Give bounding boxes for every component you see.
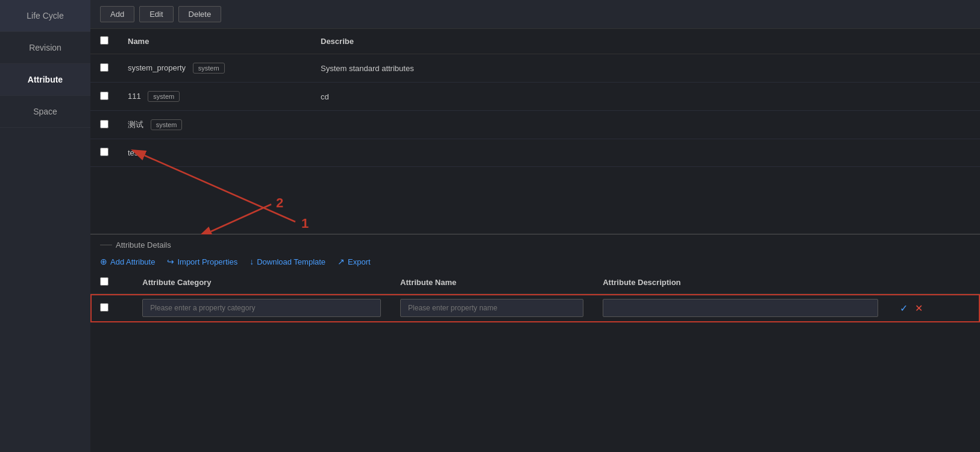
- sidebar-item-space[interactable]: Space: [0, 96, 90, 128]
- download-template-button[interactable]: ↓ Download Template: [250, 257, 325, 266]
- toolbar: Add Edit Delete: [90, 0, 980, 29]
- row-checkbox[interactable]: [100, 148, 108, 156]
- name-column-header: Name: [118, 29, 311, 54]
- cancel-button[interactable]: ✕: [912, 303, 925, 314]
- sidebar-item-attribute[interactable]: Attribute: [0, 64, 90, 96]
- content-wrapper: 1 Name Describe: [90, 29, 980, 452]
- table-row: test: [90, 139, 980, 167]
- download-icon: ↓: [250, 257, 254, 266]
- import-icon: ↪: [167, 257, 174, 266]
- attr-category-input[interactable]: [142, 299, 381, 317]
- attribute-details-section: 2 Attribute Details ⊕ Add Attribute ↪ Im…: [90, 234, 980, 322]
- attr-select-all-checkbox[interactable]: [100, 277, 108, 286]
- system-tag: system: [151, 119, 183, 130]
- export-button[interactable]: ↗ Export: [338, 257, 371, 266]
- attr-name-input[interactable]: [400, 299, 583, 317]
- delete-button[interactable]: Delete: [178, 6, 222, 22]
- main-table-area: 1 Name Describe: [90, 29, 980, 234]
- table-row: 111 system cd: [90, 83, 980, 111]
- attr-details-header: Attribute Details: [90, 234, 980, 253]
- table-row: 测试 system: [90, 111, 980, 139]
- import-properties-button[interactable]: ↪ Import Properties: [167, 257, 237, 266]
- describe-column-header: Describe: [311, 29, 980, 54]
- attr-name-header: Attribute Name: [391, 271, 593, 294]
- select-all-checkbox[interactable]: [100, 36, 108, 45]
- sidebar: Life Cycle Revision Attribute Space: [0, 0, 90, 452]
- system-tag: system: [193, 63, 225, 74]
- sidebar-item-life-cycle[interactable]: Life Cycle: [0, 0, 90, 32]
- attr-description-input[interactable]: [603, 299, 878, 317]
- add-button[interactable]: Add: [100, 6, 134, 22]
- attr-actions-header: [888, 271, 980, 294]
- row-describe: cd: [311, 83, 980, 111]
- row-name: test: [118, 139, 311, 167]
- attr-row-checkbox[interactable]: [100, 303, 108, 312]
- row-describe: [311, 139, 980, 167]
- sidebar-item-revision[interactable]: Revision: [0, 32, 90, 64]
- attr-desc-header: Attribute Description: [593, 271, 888, 294]
- attr-edit-row: ✓ ✕: [90, 294, 980, 322]
- add-attribute-button[interactable]: ⊕ Add Attribute: [100, 257, 155, 266]
- row-name: system_property system: [118, 54, 311, 83]
- attr-category-header: Attribute Category: [133, 271, 391, 294]
- row-checkbox[interactable]: [100, 120, 108, 128]
- header-line: [100, 245, 112, 245]
- svg-text:1: 1: [301, 216, 309, 231]
- export-icon: ↗: [338, 257, 345, 266]
- system-tag: system: [148, 91, 180, 102]
- edit-button[interactable]: Edit: [139, 6, 173, 22]
- row-name: 测试 system: [118, 111, 311, 139]
- main-content: Add Edit Delete 1: [90, 0, 980, 452]
- attr-actions-bar: ⊕ Add Attribute ↪ Import Properties ↓ Do…: [90, 253, 980, 271]
- table-row: system_property system System standard a…: [90, 54, 980, 83]
- row-checkbox[interactable]: [100, 92, 108, 100]
- row-checkbox[interactable]: [100, 63, 108, 72]
- row-describe: System standard attributes: [311, 54, 980, 83]
- row-name: 111 system: [118, 83, 311, 111]
- confirm-button[interactable]: ✓: [897, 303, 910, 314]
- attribute-table: Attribute Category Attribute Name Attrib…: [90, 271, 980, 322]
- main-table: Name Describe system_property system: [90, 29, 980, 167]
- plus-circle-icon: ⊕: [100, 257, 107, 266]
- row-describe: [311, 111, 980, 139]
